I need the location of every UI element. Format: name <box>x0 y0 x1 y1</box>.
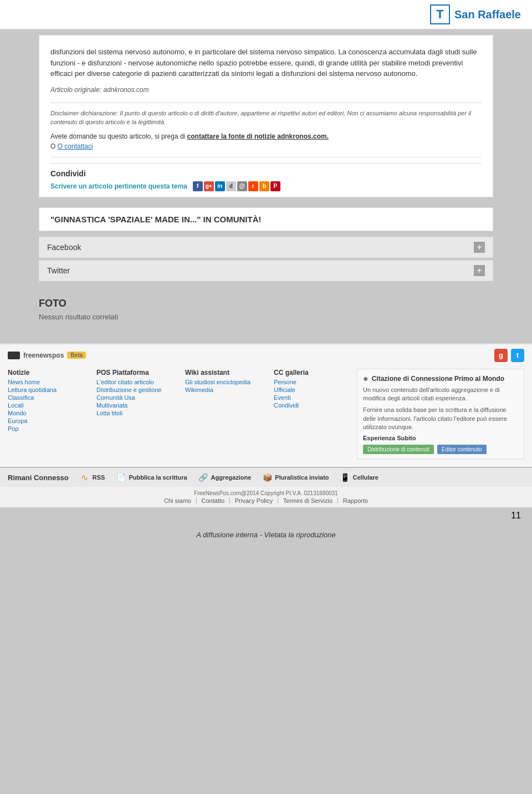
twitter-label: Twitter <box>47 266 70 275</box>
notizie-item-3[interactable]: Locali <box>8 402 85 409</box>
footer-col-wiki: Wiki assistant Gli studiosi enciclopedia… <box>180 369 268 460</box>
facebook-box[interactable]: Facebook + <box>39 237 493 258</box>
condividi-title: Condividi <box>50 169 482 178</box>
community-section: "GINNASTICA 'SPAZIALE' MADE IN..." IN CO… <box>39 207 493 231</box>
pos-item-4[interactable]: Lotta titoli <box>96 410 174 416</box>
pluralistica-item[interactable]: 📦 Pluralistica inviato <box>262 472 329 482</box>
link-chi-siamo[interactable]: Chi siamo <box>164 497 191 504</box>
email-share-icon[interactable]: @ <box>237 181 247 191</box>
facebook-label: Facebook <box>47 243 81 252</box>
citation-title: ● Citazione di Connessione Primo al Mond… <box>363 374 518 384</box>
facebook-box-header[interactable]: Facebook + <box>39 237 493 257</box>
rss-icon: ∿ <box>80 472 90 482</box>
link-privacy[interactable]: Privacy Policy <box>235 497 273 504</box>
rss-item[interactable]: ∿ RSS <box>80 472 105 482</box>
cc-item-1[interactable]: Ufficiale <box>274 386 351 393</box>
footer-top-row: freenewspos Beta g t <box>8 349 524 362</box>
pluralistica-label: Pluralistica inviato <box>275 474 329 481</box>
citation-text: Un nuovo contenuto dell'articolo aggrega… <box>363 386 518 403</box>
footer-twitter-icon[interactable]: t <box>511 349 524 362</box>
rimani-label: Rimani Connesso <box>8 474 69 482</box>
notizie-item-0[interactable]: News home <box>8 379 85 385</box>
notizie-item-5[interactable]: Europa <box>8 418 85 424</box>
citation-buttons: Distribuzione di contenuti Editor conten… <box>363 445 518 454</box>
footer-col-notizie: Notizie News home Lettura quotidiana Cla… <box>8 369 91 460</box>
twitter-expand-icon[interactable]: + <box>474 265 485 276</box>
citation-text2: Fornire una solida base per la scrittura… <box>363 406 518 431</box>
linkedin-share-icon[interactable]: in <box>215 181 225 191</box>
citation-subtitle: Esperienza Subito <box>363 435 518 441</box>
notizie-item-6[interactable]: Pop <box>8 425 85 432</box>
aggregazione-icon: 🔗 <box>198 472 208 482</box>
copyright-bar: FreeNewsPos.com@2014 Copyright PI.V.A. 0… <box>0 487 532 507</box>
cellulare-item[interactable]: 📱 Cellulare <box>340 472 378 482</box>
condividi-link[interactable]: Scrivere un articolo pertinente questa t… <box>50 182 187 190</box>
cellulare-label: Cellulare <box>353 474 378 481</box>
editor-button[interactable]: Editor contenuto <box>437 445 487 454</box>
pluralistica-icon: 📦 <box>262 472 272 482</box>
logo-icon: T <box>430 4 450 24</box>
footer-col-pos: POS Piattaforma L'editor citato articolo… <box>91 369 180 460</box>
pubblica-label: Pubblica la scrittura <box>129 474 187 481</box>
footer-columns: Notizie News home Lettura quotidiana Cla… <box>8 367 524 464</box>
logo-area: T San Raffaele <box>430 4 521 24</box>
contact-text: Avete domande su questo articolo, si pre… <box>50 133 482 140</box>
bottom-label: A diffusione interna - Vietata la riprod… <box>0 523 532 542</box>
article-paragraph: disfunzioni del sistema nervoso autonomo… <box>50 47 482 79</box>
article-source: Articolo originale: adnkronos.com <box>50 86 482 94</box>
cc-item-3[interactable]: Condividi <box>274 402 351 409</box>
cellulare-icon: 📱 <box>340 472 350 482</box>
aggregazione-item[interactable]: 🔗 Aggregazione <box>198 472 252 482</box>
reddit-share-icon[interactable]: r <box>248 181 258 191</box>
pos-title: POS Piattaforma <box>96 369 174 376</box>
footer-logo-area: freenewspos Beta <box>8 352 86 359</box>
link-rapporto[interactable]: Rapporto <box>343 497 368 504</box>
logo-name: San Raffaele <box>454 8 521 21</box>
cc-title: CC galleria <box>274 369 351 376</box>
notizie-item-1[interactable]: Lettura quotidiana <box>8 386 85 393</box>
cc-item-2[interactable]: Eventi <box>274 394 351 401</box>
notizie-item-2[interactable]: Classifica <box>8 394 85 401</box>
pos-item-2[interactable]: Comunità Usa <box>96 394 174 401</box>
footer-googleplus-icon[interactable]: g <box>494 349 508 362</box>
pinterest-share-icon[interactable]: P <box>270 181 280 191</box>
cc-item-0[interactable]: Persone <box>274 379 351 385</box>
bookmark-share-icon[interactable]: b <box>259 181 269 191</box>
disclaimer-text: Disclaimer dichiarazione: Il punto di qu… <box>50 109 482 127</box>
pos-item-3[interactable]: Multivariata <box>96 402 174 409</box>
copyright-links: Chi siamo | Contatto | Privacy Policy | … <box>8 497 524 504</box>
notizie-item-4[interactable]: Mondo <box>8 410 85 416</box>
pubblica-item[interactable]: 📄 Pubblica la scrittura <box>116 472 187 482</box>
contattaci-link[interactable]: O contattaci <box>58 142 93 150</box>
footer-social-right: g t <box>494 349 524 362</box>
citation-icon: ● <box>363 374 369 384</box>
pos-item-1[interactable]: Distribuzione e gestione <box>96 386 174 393</box>
link-termini[interactable]: Termini di Servizio <box>283 497 332 504</box>
foto-title: FOTO <box>39 298 493 309</box>
community-title: "GINNASTICA 'SPAZIALE' MADE IN..." IN CO… <box>50 215 482 224</box>
notizie-title: Notizie <box>8 369 85 376</box>
twitter-box-header[interactable]: Twitter + <box>39 261 493 281</box>
fpos-icon <box>8 352 20 359</box>
pubblica-icon: 📄 <box>116 472 126 482</box>
wiki-item-0[interactable]: Gli studiosi enciclopedia <box>185 379 263 385</box>
facebook-expand-icon[interactable]: + <box>474 242 485 253</box>
fpos-name: freenewspos <box>23 352 64 359</box>
link-contatto[interactable]: Contatto <box>202 497 225 504</box>
condividi-row: Scrivere un articolo pertinente questa t… <box>50 181 482 191</box>
delicious-share-icon[interactable]: d <box>226 181 236 191</box>
copyright-text: FreeNewsPos.com@2014 Copyright PI.V.A. 0… <box>194 490 337 496</box>
twitter-box[interactable]: Twitter + <box>39 260 493 281</box>
social-icons: f g+ in d @ r b P <box>193 181 280 191</box>
distribuzione-button[interactable]: Distribuzione di contenuti <box>363 445 434 454</box>
page-number: 11 <box>0 507 532 523</box>
beta-badge: Beta <box>67 352 86 359</box>
wiki-title: Wiki assistant <box>185 369 263 376</box>
pos-item-0[interactable]: L'editor citato articolo <box>96 379 174 385</box>
o-contattaci[interactable]: O O contattaci <box>50 142 482 150</box>
wiki-item-1[interactable]: Wikimedia <box>185 386 263 393</box>
rss-label: RSS <box>93 474 105 481</box>
foto-section: FOTO Nessun risultato correlati <box>39 292 493 327</box>
facebook-share-icon[interactable]: f <box>193 181 203 191</box>
googleplus-share-icon[interactable]: g+ <box>204 181 214 191</box>
